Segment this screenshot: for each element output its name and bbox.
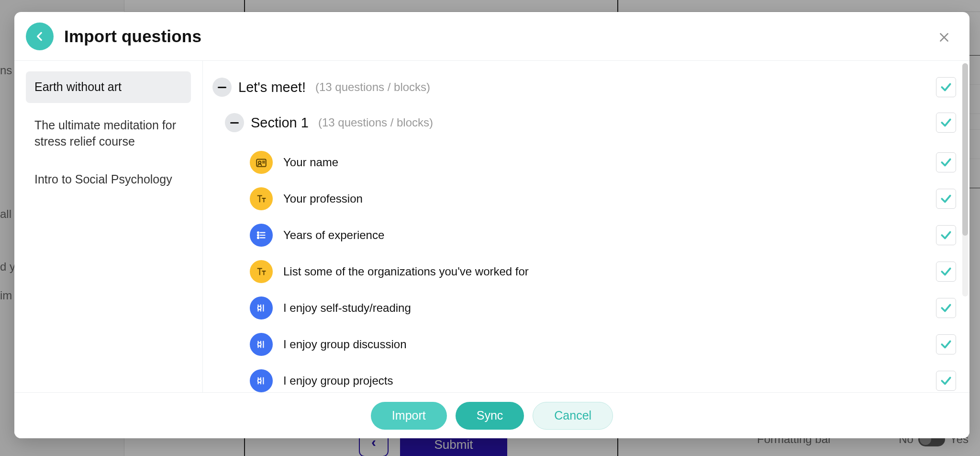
minus-icon [218, 87, 226, 88]
back-button[interactable] [26, 23, 54, 50]
modal-header: Import questions [14, 12, 969, 61]
close-button[interactable] [935, 28, 953, 46]
check-icon [940, 338, 952, 351]
tree-root-meta: (13 questions / blocks) [315, 80, 430, 94]
questions-tree: Let's meet! (13 questions / blocks) Sect… [203, 61, 969, 392]
minus-icon [230, 122, 239, 124]
collapse-toggle[interactable] [212, 78, 232, 97]
question-label: I enjoy group discussion [283, 338, 599, 351]
check-icon [940, 375, 952, 387]
check-icon [940, 156, 952, 169]
check-icon [940, 116, 952, 129]
question-checkbox[interactable] [936, 334, 956, 354]
tree-root-title: Let's meet! [238, 80, 306, 95]
svg-point-10 [257, 237, 259, 239]
tree-section: Section 1 (13 questions / blocks) Your n… [212, 109, 956, 392]
question-label: I enjoy self-study/reading [283, 301, 599, 315]
tree-section-header: Section 1 (13 questions / blocks) [225, 109, 956, 144]
course-sidebar: Earth without art The ultimate meditatio… [14, 61, 203, 392]
check-icon [940, 265, 952, 278]
cancel-button[interactable]: Cancel [533, 402, 613, 430]
question-checkbox[interactable] [936, 298, 956, 318]
question-row: Years of experience [250, 217, 956, 253]
scrollbar[interactable] [962, 63, 968, 296]
sidebar-item-social-psychology[interactable]: Intro to Social Psychology [26, 164, 191, 195]
question-checkbox[interactable] [936, 189, 956, 209]
import-button[interactable]: Import [371, 402, 447, 430]
modal-footer: Import Sync Cancel [14, 392, 969, 438]
check-icon [940, 81, 952, 93]
text-icon [250, 260, 273, 283]
slider-icon [250, 369, 273, 392]
slider-icon [250, 333, 273, 356]
tree-root: Let's meet! (13 questions / blocks) Sect… [208, 72, 961, 392]
svg-point-5 [258, 161, 261, 163]
tree-root-header: Let's meet! (13 questions / blocks) [212, 73, 956, 109]
question-checkbox[interactable] [936, 225, 956, 245]
question-row: List some of the organizations you've wo… [250, 253, 956, 290]
svg-point-25 [258, 379, 261, 383]
chevron-left-icon [33, 30, 46, 43]
section-checkbox[interactable] [936, 113, 956, 133]
question-label: I enjoy group projects [283, 374, 599, 388]
text-icon [250, 187, 273, 210]
svg-point-9 [257, 234, 259, 236]
check-icon [940, 229, 952, 241]
sidebar-item-meditation-course[interactable]: The ultimate meditation for stress relie… [26, 110, 191, 158]
question-list: Your nameYour professionYears of experie… [225, 144, 956, 392]
question-label: Your profession [283, 192, 599, 205]
question-checkbox[interactable] [936, 152, 956, 172]
question-checkbox[interactable] [936, 262, 956, 282]
close-icon [938, 31, 950, 44]
sync-button[interactable]: Sync [456, 402, 524, 430]
check-icon [940, 302, 952, 314]
modal-body: Earth without art The ultimate meditatio… [14, 61, 969, 392]
sidebar-item-earth-without-art[interactable]: Earth without art [26, 71, 191, 103]
modal-title: Import questions [64, 27, 201, 46]
tree-root-checkbox[interactable] [936, 77, 956, 97]
question-row: I enjoy group discussion [250, 326, 956, 363]
scrollbar-thumb[interactable] [962, 63, 968, 236]
question-label: Years of experience [283, 228, 599, 242]
section-title: Section 1 [251, 115, 309, 131]
svg-point-17 [258, 307, 261, 310]
list-icon [250, 224, 273, 247]
id-badge-icon [250, 151, 273, 174]
collapse-toggle[interactable] [225, 113, 244, 132]
section-meta: (13 questions / blocks) [318, 116, 433, 129]
check-icon [940, 193, 952, 205]
question-row: I enjoy group projects [250, 363, 956, 392]
question-row: I enjoy self-study/reading [250, 290, 956, 326]
import-questions-modal: Import questions Earth without art The u… [14, 12, 969, 438]
question-row: Your name [250, 144, 956, 181]
question-label: Your name [283, 156, 599, 169]
svg-point-21 [258, 343, 261, 346]
svg-point-8 [257, 232, 259, 233]
question-label: List some of the organizations you've wo… [283, 265, 599, 278]
slider-icon [250, 296, 273, 319]
question-row: Your profession [250, 181, 956, 217]
question-checkbox[interactable] [936, 371, 956, 391]
